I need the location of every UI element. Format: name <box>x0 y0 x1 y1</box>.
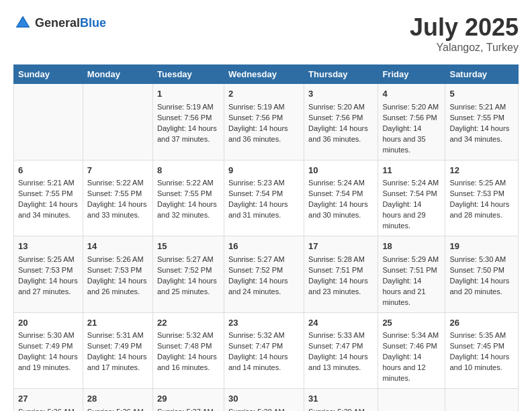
calendar-cell: 30Sunrise: 5:38 AMSunset: 7:42 PMDayligh… <box>224 389 304 411</box>
header-cell-wednesday: Wednesday <box>224 65 304 84</box>
week-row-2: 13Sunrise: 5:25 AMSunset: 7:53 PMDayligh… <box>14 236 519 313</box>
day-number: 27 <box>18 393 79 406</box>
calendar-cell: 8Sunrise: 5:22 AMSunset: 7:55 PMDaylight… <box>153 160 224 236</box>
calendar-cell: 22Sunrise: 5:32 AMSunset: 7:48 PMDayligh… <box>153 312 224 389</box>
calendar-cell: 31Sunrise: 5:39 AMSunset: 7:41 PMDayligh… <box>304 389 378 411</box>
sunset-text: Sunset: 7:53 PM <box>18 266 73 274</box>
day-number: 7 <box>87 165 148 177</box>
sunset-text: Sunset: 7:45 PM <box>449 342 504 350</box>
header-row: SundayMondayTuesdayWednesdayThursdayFrid… <box>14 65 519 84</box>
calendar-cell: 1Sunrise: 5:19 AMSunset: 7:56 PMDaylight… <box>153 84 224 161</box>
calendar-cell: 27Sunrise: 5:36 AMSunset: 7:44 PMDayligh… <box>14 389 83 411</box>
sunset-text: Sunset: 7:47 PM <box>308 342 363 350</box>
sunrise-text: Sunrise: 5:31 AM <box>87 331 144 339</box>
day-number: 9 <box>228 165 300 177</box>
sunrise-text: Sunrise: 5:28 AM <box>308 255 365 263</box>
sunrise-text: Sunrise: 5:36 AM <box>87 408 144 411</box>
daylight-text: Daylight: 14 hours and 16 minutes. <box>157 353 217 371</box>
calendar-cell: 19Sunrise: 5:30 AMSunset: 7:50 PMDayligh… <box>445 236 519 313</box>
day-number: 1 <box>157 88 220 101</box>
week-row-3: 20Sunrise: 5:30 AMSunset: 7:49 PMDayligh… <box>14 312 519 389</box>
calendar-cell: 23Sunrise: 5:32 AMSunset: 7:47 PMDayligh… <box>224 312 304 389</box>
sunrise-text: Sunrise: 5:22 AM <box>157 179 214 187</box>
week-row-0: 1Sunrise: 5:19 AMSunset: 7:56 PMDaylight… <box>14 84 519 161</box>
day-number: 15 <box>157 240 220 253</box>
daylight-text: Daylight: 14 hours and 27 minutes. <box>18 277 78 295</box>
sunset-text: Sunset: 7:46 PM <box>382 342 437 350</box>
sunrise-text: Sunrise: 5:33 AM <box>308 331 365 339</box>
daylight-text: Daylight: 14 hours and 33 minutes. <box>87 200 147 219</box>
calendar-body: 1Sunrise: 5:19 AMSunset: 7:56 PMDaylight… <box>14 84 519 412</box>
daylight-text: Daylight: 14 hours and 25 minutes. <box>157 277 217 295</box>
day-number: 14 <box>87 240 148 253</box>
calendar-cell: 17Sunrise: 5:28 AMSunset: 7:51 PMDayligh… <box>304 236 378 313</box>
sunset-text: Sunset: 7:54 PM <box>382 189 437 197</box>
header-cell-friday: Friday <box>378 65 445 84</box>
sunset-text: Sunset: 7:55 PM <box>157 189 212 197</box>
sunrise-text: Sunrise: 5:37 AM <box>157 408 214 411</box>
daylight-text: Daylight: 14 hours and 10 minutes. <box>449 353 509 371</box>
day-number: 10 <box>308 165 373 177</box>
day-number: 20 <box>18 317 79 330</box>
day-number: 17 <box>308 240 373 253</box>
daylight-text: Daylight: 14 hours and 30 minutes. <box>308 200 368 219</box>
day-number: 18 <box>382 240 441 253</box>
daylight-text: Daylight: 14 hours and 36 minutes. <box>308 124 368 143</box>
sunset-text: Sunset: 7:56 PM <box>157 113 212 122</box>
sunset-text: Sunset: 7:54 PM <box>228 189 283 197</box>
sunrise-text: Sunrise: 5:27 AM <box>157 255 214 263</box>
day-number: 8 <box>157 165 220 177</box>
header-cell-thursday: Thursday <box>304 65 378 84</box>
sunrise-text: Sunrise: 5:30 AM <box>18 331 75 339</box>
calendar-cell <box>445 389 519 411</box>
calendar-cell: 11Sunrise: 5:24 AMSunset: 7:54 PMDayligh… <box>378 160 445 236</box>
sunset-text: Sunset: 7:55 PM <box>87 189 142 197</box>
day-number: 22 <box>157 317 220 330</box>
calendar-cell: 13Sunrise: 5:25 AMSunset: 7:53 PMDayligh… <box>14 236 83 313</box>
daylight-text: Daylight: 14 hours and 12 minutes. <box>382 353 425 382</box>
calendar-header: SundayMondayTuesdayWednesdayThursdayFrid… <box>14 65 519 84</box>
day-number: 12 <box>449 165 514 177</box>
daylight-text: Daylight: 14 hours and 23 minutes. <box>308 277 368 295</box>
day-number: 2 <box>228 88 300 101</box>
calendar-cell: 14Sunrise: 5:26 AMSunset: 7:53 PMDayligh… <box>83 236 152 313</box>
sunrise-text: Sunrise: 5:19 AM <box>228 103 285 111</box>
day-number: 29 <box>157 393 220 406</box>
sunrise-text: Sunrise: 5:24 AM <box>382 179 439 187</box>
header-cell-saturday: Saturday <box>445 65 519 84</box>
calendar-cell: 21Sunrise: 5:31 AMSunset: 7:49 PMDayligh… <box>83 312 152 389</box>
calendar-cell: 10Sunrise: 5:24 AMSunset: 7:54 PMDayligh… <box>304 160 378 236</box>
day-number: 23 <box>228 317 300 330</box>
daylight-text: Daylight: 14 hours and 35 minutes. <box>382 124 425 154</box>
calendar-cell: 6Sunrise: 5:21 AMSunset: 7:55 PMDaylight… <box>14 160 83 236</box>
sunrise-text: Sunrise: 5:20 AM <box>308 103 365 111</box>
logo: GeneralBlue <box>13 13 106 32</box>
daylight-text: Daylight: 14 hours and 37 minutes. <box>157 124 217 143</box>
sunset-text: Sunset: 7:56 PM <box>382 113 437 122</box>
header-cell-sunday: Sunday <box>14 65 83 84</box>
calendar-cell: 29Sunrise: 5:37 AMSunset: 7:43 PMDayligh… <box>153 389 224 411</box>
calendar-table: SundayMondayTuesdayWednesdayThursdayFrid… <box>13 64 519 411</box>
day-number: 28 <box>87 393 148 406</box>
sunrise-text: Sunrise: 5:22 AM <box>87 179 144 187</box>
calendar-cell: 26Sunrise: 5:35 AMSunset: 7:45 PMDayligh… <box>445 312 519 389</box>
day-number: 26 <box>449 317 514 330</box>
calendar-cell: 3Sunrise: 5:20 AMSunset: 7:56 PMDaylight… <box>304 84 378 161</box>
sub-title: Yalangoz, Turkey <box>410 42 519 54</box>
sunset-text: Sunset: 7:53 PM <box>449 189 504 197</box>
sunset-text: Sunset: 7:52 PM <box>157 266 212 274</box>
calendar-cell: 15Sunrise: 5:27 AMSunset: 7:52 PMDayligh… <box>153 236 224 313</box>
calendar-cell: 24Sunrise: 5:33 AMSunset: 7:47 PMDayligh… <box>304 312 378 389</box>
logo-text-general: General <box>35 16 80 30</box>
header-cell-monday: Monday <box>83 65 152 84</box>
calendar-cell: 25Sunrise: 5:34 AMSunset: 7:46 PMDayligh… <box>378 312 445 389</box>
header-cell-tuesday: Tuesday <box>153 65 224 84</box>
calendar-cell <box>378 389 445 411</box>
sunrise-text: Sunrise: 5:36 AM <box>18 408 75 411</box>
daylight-text: Daylight: 14 hours and 34 minutes. <box>449 124 509 143</box>
sunset-text: Sunset: 7:47 PM <box>228 342 283 350</box>
day-number: 19 <box>449 240 514 253</box>
calendar-cell: 12Sunrise: 5:25 AMSunset: 7:53 PMDayligh… <box>445 160 519 236</box>
sunrise-text: Sunrise: 5:24 AM <box>308 179 365 187</box>
sunrise-text: Sunrise: 5:20 AM <box>382 103 439 111</box>
